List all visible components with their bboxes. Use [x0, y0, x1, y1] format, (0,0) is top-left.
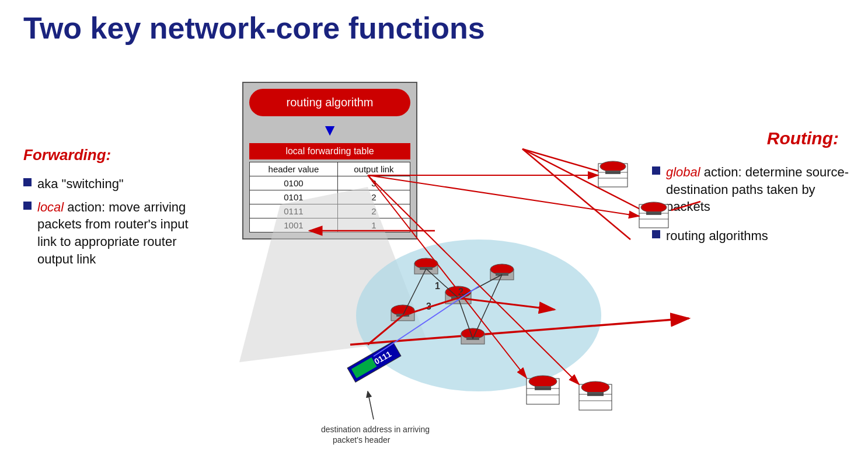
svg-line-4 [522, 149, 630, 240]
table-row: 0111 2 [250, 204, 410, 218]
bullet-icon [652, 166, 660, 175]
svg-line-61 [374, 286, 479, 356]
table-cell: 2 [337, 204, 410, 218]
svg-line-29 [403, 269, 426, 315]
forwarding-bullet-2: local action: move arriving packets from… [23, 199, 210, 268]
svg-text:1: 1 [435, 281, 440, 291]
svg-rect-51 [587, 392, 604, 396]
svg-point-23 [391, 305, 414, 315]
svg-text:packet's header: packet's header [333, 435, 391, 445]
svg-rect-10 [445, 292, 471, 304]
svg-line-30 [473, 275, 502, 339]
svg-rect-34 [598, 164, 628, 187]
routing-bullet-1-text: global action: determine source-destinat… [666, 164, 850, 216]
svg-rect-59 [351, 358, 377, 379]
table-row: 0100 3 [250, 176, 410, 190]
table-row: 1001 1 [250, 218, 410, 232]
svg-rect-46 [535, 386, 551, 390]
routing-bullets: global action: determine source-destinat… [652, 164, 850, 256]
table-cell: 1 [337, 218, 410, 232]
svg-point-50 [581, 381, 609, 393]
svg-rect-16 [490, 269, 514, 280]
svg-rect-15 [420, 267, 433, 270]
svg-rect-24 [396, 314, 409, 317]
svg-rect-49 [579, 384, 612, 410]
svg-line-25 [426, 269, 458, 298]
blue-arrow-down-icon: ▼ [249, 121, 410, 140]
col-header-value: header value [250, 162, 338, 176]
forwarding-label: Forwarding: [23, 146, 111, 164]
routing-algorithm-box: routing algorithm ▼ local forwarding tab… [242, 82, 417, 240]
svg-rect-36 [605, 171, 621, 174]
svg-point-45 [529, 376, 557, 387]
table-cell: 0101 [250, 190, 338, 204]
table-row: 0101 2 [250, 190, 410, 204]
table-cell: 1001 [250, 218, 338, 232]
svg-point-11 [445, 286, 471, 298]
svg-line-6 [350, 318, 689, 345]
page-title: Two key network-core functions [23, 11, 485, 46]
svg-rect-12 [451, 296, 465, 300]
svg-rect-21 [466, 337, 479, 340]
svg-rect-13 [414, 263, 438, 274]
col-output-link: output link [337, 162, 410, 176]
svg-rect-44 [527, 379, 559, 404]
forwarding-table-header: local forwarding table [249, 143, 410, 159]
svg-point-14 [414, 258, 438, 269]
forwarding-bullet-2-prefix: local [37, 200, 64, 214]
svg-point-1 [356, 240, 601, 391]
svg-line-3 [522, 149, 654, 216]
forwarding-bullets: aka "switching" local action: move arriv… [23, 175, 210, 273]
svg-line-28 [403, 298, 458, 315]
table-cell: 0111 [250, 204, 338, 218]
bullet-icon [23, 178, 32, 186]
routing-bullet-2: routing algorithms [652, 227, 850, 245]
svg-line-2 [522, 149, 613, 175]
svg-text:3: 3 [426, 301, 431, 311]
bullet-icon [23, 202, 32, 210]
svg-text:destination address in arrivin: destination address in arriving [321, 425, 430, 434]
svg-point-35 [600, 161, 626, 172]
svg-line-27 [458, 298, 473, 339]
svg-text:0111: 0111 [372, 349, 393, 366]
forwarding-bullet-2-text: local action: move arriving packets from… [37, 199, 210, 268]
svg-rect-19 [461, 334, 484, 344]
svg-line-26 [458, 275, 502, 298]
routing-bullet-1-prefix: global [666, 165, 700, 179]
forwarding-bullet-1-text: aka "switching" [37, 175, 124, 193]
forwarding-bullet-1: aka "switching" [23, 175, 210, 193]
svg-rect-22 [391, 310, 414, 321]
bullet-icon [652, 230, 660, 238]
routing-oval: routing algorithm [249, 89, 410, 116]
svg-line-62 [368, 391, 374, 419]
routing-bullet-2-text: routing algorithms [666, 227, 768, 245]
forwarding-table: header value output link 0100 3 0101 2 0… [249, 162, 410, 232]
routing-bullet-1: global action: determine source-destinat… [652, 164, 850, 216]
table-cell: 3 [337, 176, 410, 190]
svg-text:2: 2 [458, 287, 463, 297]
svg-point-20 [461, 328, 484, 339]
svg-rect-58 [347, 342, 401, 382]
table-header-row: header value output link [250, 162, 410, 176]
table-cell: 2 [337, 190, 410, 204]
table-cell: 0100 [250, 176, 338, 190]
svg-point-17 [490, 264, 514, 275]
svg-rect-18 [496, 273, 508, 276]
routing-label: Routing: [767, 129, 839, 148]
